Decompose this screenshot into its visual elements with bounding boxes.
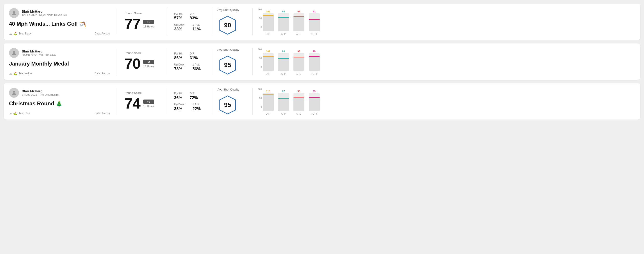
round-score-label-3: Round Score <box>124 91 160 95</box>
bar-group-arg: 95 ARG <box>294 90 304 115</box>
updown-value-1: 33% <box>174 27 185 31</box>
score-badge-2: -2 <box>143 60 154 64</box>
bar-value-putt: 99 <box>313 50 316 53</box>
gir-label-1: GIR <box>190 12 198 15</box>
card-stats-2: FW Hit 86% GIR 61% Up/Down 78% 1 Putt 56… <box>167 48 212 75</box>
card-stats-3: FW Hit 36% GIR 72% Up/Down 33% 1 Putt 22… <box>167 88 212 115</box>
bar-label-ott: OTT <box>266 112 271 115</box>
bar-fill-arg <box>294 16 304 31</box>
bar-label-putt: PUTT <box>311 33 318 35</box>
fw-hit-label-3: FW Hit <box>174 92 182 95</box>
avatar-1 <box>9 8 19 18</box>
score-big-1: 77 <box>124 17 140 31</box>
bar-group-app: 95 APP <box>278 10 289 35</box>
stats-row-bottom-3: Up/Down 33% 1 Putt 22% <box>174 103 204 111</box>
bar-label-app: APP <box>281 33 286 35</box>
bar-fill-app <box>278 17 289 31</box>
round-title-3: Christmas Round 🎄 <box>9 101 110 107</box>
card-footer-2: ☁ ⛳ Tee: Yellow Data: Arccos <box>9 72 110 75</box>
svg-point-2 <box>13 51 15 53</box>
stat-gir-3: GIR 72% <box>190 92 198 100</box>
gir-value-1: 83% <box>190 16 198 20</box>
score-badge-col-2: -2 18 Holes <box>143 60 154 68</box>
hex-score-1: 90 <box>224 22 231 29</box>
player-header-3: Blair McHarg 27 Dec 2021 · The Oxfordshi… <box>9 88 110 98</box>
hexagon-container-3: 95 <box>218 95 238 115</box>
player-date-2: 29 Jan 2022 · Mill Ride GCC <box>22 53 56 57</box>
player-date-1: 12 Feb 2022 · Royal North Devon GC <box>22 13 67 17</box>
bar-container-ott <box>263 93 274 111</box>
bar-label-arg: ARG <box>296 33 302 35</box>
oneputt-value-1: 11% <box>192 27 200 31</box>
bar-accent-arg <box>294 97 304 98</box>
fw-hit-value-3: 36% <box>174 96 182 100</box>
card-left-3: Blair McHarg 27 Dec 2021 · The Oxfordshi… <box>9 88 117 115</box>
oneputt-label-1: 1 Putt <box>192 23 200 26</box>
round-card-2: Blair McHarg 29 Jan 2022 · Mill Ride GCC… <box>4 43 640 80</box>
weather-icon-1: ☁ ⛳ <box>9 32 17 35</box>
card-quality-3: Avg Shot Quality 95 <box>212 88 253 115</box>
bar-fill-app <box>278 98 289 111</box>
stats-row-top-1: FW Hit 57% GIR 83% <box>174 12 204 20</box>
bar-value-arg: 95 <box>298 90 300 93</box>
data-source-1: Data: Arccos <box>94 32 110 35</box>
bar-value-ott: 107 <box>266 10 270 13</box>
bar-fill-putt <box>309 19 320 31</box>
bar-container-putt <box>309 53 320 71</box>
stat-fw-hit-2: FW Hit 86% <box>174 52 182 60</box>
stat-oneputt-3: 1 Putt 22% <box>192 103 200 111</box>
stats-row-bottom-2: Up/Down 78% 1 Putt 56% <box>174 63 204 71</box>
bar-group-arg: 96 ARG <box>294 50 304 75</box>
updown-label-1: Up/Down <box>174 23 185 26</box>
bar-group-arg: 98 ARG <box>294 10 304 35</box>
bar-value-putt: 82 <box>313 10 316 13</box>
oneputt-value-2: 56% <box>192 67 200 71</box>
bar-accent-app <box>278 98 289 99</box>
bar-label-arg: ARG <box>296 73 302 75</box>
stats-row-top-3: FW Hit 36% GIR 72% <box>174 92 204 100</box>
hexagon-container-1: 90 <box>218 15 238 35</box>
bar-label-ott: OTT <box>266 33 271 35</box>
bar-value-app: 95 <box>282 10 285 13</box>
weather-icon-2: ☁ ⛳ <box>9 72 17 75</box>
bar-group-putt: 99 PUTT <box>309 50 320 75</box>
bar-fill-putt <box>309 56 320 71</box>
round-score-label-1: Round Score <box>124 11 160 15</box>
bar-accent-putt <box>309 97 320 98</box>
bar-container-putt <box>309 93 320 111</box>
score-badge-col-1: +5 18 Holes <box>143 20 154 28</box>
bar-fill-arg <box>294 57 304 71</box>
bar-label-app: APP <box>281 112 286 115</box>
stats-row-top-2: FW Hit 86% GIR 61% <box>174 52 204 60</box>
score-badge-col-3: +2 18 Holes <box>143 100 154 108</box>
player-header-1: Blair McHarg 12 Feb 2022 · Royal North D… <box>9 8 110 18</box>
stat-oneputt-2: 1 Putt 56% <box>192 63 200 71</box>
bar-accent-app <box>278 58 289 59</box>
bar-label-app: APP <box>281 73 286 75</box>
bar-fill-ott <box>263 56 274 71</box>
card-left-1: Blair McHarg 12 Feb 2022 · Royal North D… <box>9 8 117 35</box>
oneputt-label-3: 1 Putt <box>192 103 200 106</box>
bar-accent-ott <box>263 56 274 57</box>
data-source-3: Data: Arccos <box>94 112 110 115</box>
bar-label-ott: OTT <box>266 73 271 75</box>
bar-accent-arg <box>294 57 304 57</box>
oneputt-label-2: 1 Putt <box>192 63 200 66</box>
score-row-1: 77 +5 18 Holes <box>124 17 160 31</box>
fw-hit-value-1: 57% <box>174 16 182 20</box>
tee-label-1: Tee: Black <box>19 32 31 35</box>
hex-score-3: 95 <box>224 101 231 109</box>
bar-container-arg <box>294 93 304 111</box>
weather-icon-3: ☁ ⛳ <box>9 112 17 115</box>
score-row-2: 70 -2 18 Holes <box>124 57 160 71</box>
player-info-1: Blair McHarg 12 Feb 2022 · Royal North D… <box>22 9 67 17</box>
card-left-2: Blair McHarg 29 Jan 2022 · Mill Ride GCC… <box>9 48 117 75</box>
avg-quality-label-3: Avg Shot Quality <box>218 88 239 91</box>
updown-label-2: Up/Down <box>174 63 185 66</box>
bar-fill-arg <box>294 97 304 111</box>
bar-label-putt: PUTT <box>311 73 318 75</box>
bar-accent-ott <box>263 15 274 16</box>
bar-container-app <box>278 53 289 71</box>
tee-label-3: Tee: Blue <box>19 112 30 115</box>
player-info-2: Blair McHarg 29 Jan 2022 · Mill Ride GCC <box>22 49 56 57</box>
